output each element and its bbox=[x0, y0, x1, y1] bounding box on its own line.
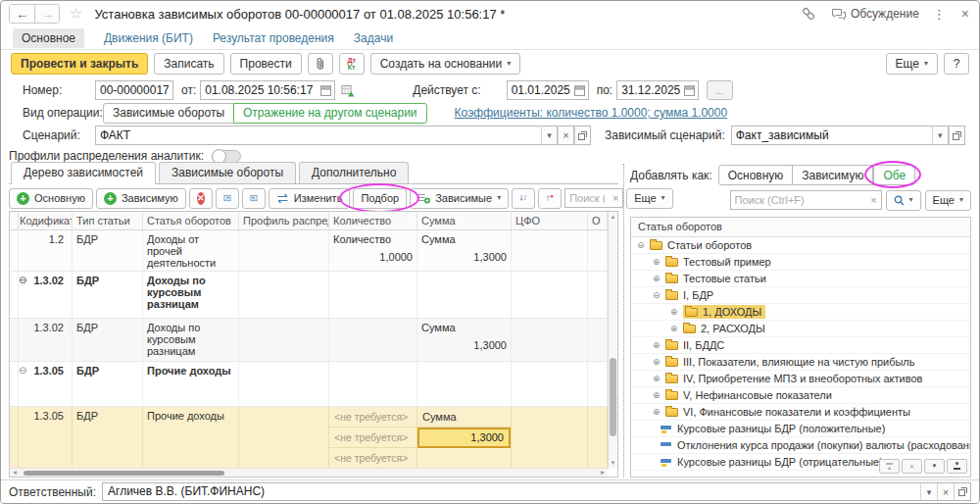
expand-icon[interactable]: ⊕ bbox=[670, 308, 683, 317]
scenario-dropdown-icon[interactable]: ▾ bbox=[541, 126, 558, 145]
move-down-button[interactable]: ▼ bbox=[924, 459, 945, 474]
post-button[interactable]: Провести bbox=[230, 53, 302, 75]
tab-tasks[interactable]: Задачи bbox=[354, 31, 393, 45]
expand-icon[interactable]: ⊕ bbox=[653, 358, 665, 367]
column-header[interactable]: Тип статьи bbox=[73, 212, 143, 229]
favorite-star-icon[interactable]: ☆ bbox=[70, 5, 82, 23]
panel-splitter[interactable] bbox=[623, 164, 624, 478]
tree-item[interactable]: ⊕ III, Показатели, влияющие на чистую пр… bbox=[631, 354, 970, 371]
coefficients-link[interactable]: Коэффициенты: количество 1.0000; сумма 1… bbox=[455, 106, 728, 120]
move-out-button[interactable] bbox=[242, 188, 266, 209]
table-row[interactable]: 1.3.02 БДР Доходы по курсовым разницам С… bbox=[10, 319, 608, 362]
tree-item[interactable]: ⊕ VI, Финансовые показатели и коэффициен… bbox=[631, 404, 970, 421]
column-header[interactable]: Профиль распределе... bbox=[239, 212, 329, 229]
tab-movements[interactable]: Движения (БИТ) bbox=[104, 31, 193, 45]
tree-item[interactable]: ⊕ IV, Приобретение МПЗ и внеоборотных ак… bbox=[631, 371, 970, 387]
column-header[interactable]: Сумма bbox=[417, 212, 512, 229]
column-header[interactable]: Статья оборотов bbox=[143, 212, 239, 229]
link-icon[interactable] bbox=[802, 7, 815, 21]
tree-search-input[interactable] bbox=[731, 194, 867, 206]
tree-item[interactable]: Курсовые разницы БДР (положительные) bbox=[631, 421, 970, 437]
tab-additional[interactable]: Дополнительно bbox=[299, 162, 409, 183]
table-row[interactable]: 1.2 БДР Доходы от прочей деятельности Ко… bbox=[10, 230, 608, 272]
tab-dependent-turnovers[interactable]: Зависимые обороты bbox=[159, 162, 296, 183]
move-bottom-button[interactable]: ▼ bbox=[947, 459, 967, 474]
add-as-dependent-button[interactable]: Зависимую bbox=[792, 165, 873, 185]
expand-icon[interactable]: ⊕ bbox=[653, 375, 665, 383]
tree-item[interactable]: ⊖ I, БДР bbox=[631, 287, 970, 304]
tab-main[interactable]: Основное bbox=[13, 28, 84, 48]
tree-item-selected[interactable]: ⊕ 1, ДОХОДЫ bbox=[631, 304, 970, 321]
tree-column-header[interactable]: Статья оборотов bbox=[631, 218, 970, 237]
back-icon[interactable]: ← bbox=[10, 5, 34, 23]
expand-icon[interactable]: ⊕ bbox=[653, 408, 665, 417]
move-up-button[interactable]: ▲ bbox=[902, 459, 922, 474]
vertical-scrollbar[interactable]: ▲ ▼ bbox=[608, 212, 617, 468]
add-main-button[interactable]: +Основную bbox=[9, 188, 93, 209]
horizontal-scrollbar[interactable] bbox=[10, 468, 608, 477]
move-top-button[interactable]: ▲ bbox=[879, 459, 900, 474]
set-current-date-button[interactable] bbox=[341, 84, 356, 97]
menu-dots-icon[interactable]: ⋮ bbox=[933, 7, 946, 22]
more-button[interactable]: Еще▾ bbox=[886, 53, 938, 75]
scroll-right-icon[interactable] bbox=[601, 471, 605, 475]
number-field[interactable] bbox=[95, 80, 173, 100]
collapse-icon[interactable]: ⊖ bbox=[19, 276, 26, 285]
help-button[interactable]: ? bbox=[944, 53, 969, 75]
sum-label-cell[interactable]: Сумма bbox=[417, 407, 511, 428]
expand-icon[interactable]: ⊕ bbox=[653, 391, 665, 400]
column-header[interactable]: Количество bbox=[329, 212, 417, 229]
delete-button[interactable]: ✕ bbox=[189, 188, 213, 209]
expand-icon[interactable]: ⊕ bbox=[653, 341, 665, 350]
dependents-button[interactable]: Зависимые▾ bbox=[410, 188, 509, 209]
dependent-scenario-dropdown-icon[interactable]: ▾ bbox=[932, 126, 949, 145]
column-header[interactable]: О bbox=[588, 212, 608, 229]
expand-icon[interactable]: ⊕ bbox=[653, 275, 665, 283]
attachment-button[interactable] bbox=[308, 53, 333, 75]
column-header[interactable]: ЦФО bbox=[512, 212, 588, 229]
responsible-open-icon[interactable] bbox=[954, 483, 970, 500]
responsible-clear-icon[interactable]: × bbox=[937, 483, 954, 500]
tree-item[interactable]: ⊕ Тестовые статьи bbox=[631, 271, 970, 287]
search-options-button[interactable]: ▾ bbox=[886, 190, 921, 211]
responsible-dropdown-icon[interactable]: ▾ bbox=[920, 483, 937, 500]
operation-option-other-scenario[interactable]: Отражение на другом сценарии bbox=[233, 103, 427, 124]
clear-search-icon[interactable]: × bbox=[867, 194, 881, 206]
tree-item[interactable]: ⊕ Тестовый пример bbox=[631, 254, 970, 271]
move-in-button[interactable] bbox=[216, 188, 239, 209]
pick-button[interactable]: Подбор bbox=[353, 188, 407, 209]
sort-descending-button[interactable] bbox=[512, 188, 535, 209]
collapse-icon[interactable]: ⊖ bbox=[637, 241, 650, 250]
scroll-left-icon[interactable] bbox=[13, 471, 17, 475]
tree-item[interactable]: ⊖ Статьи оборотов bbox=[631, 237, 970, 254]
tab-post-result[interactable]: Результат проведения bbox=[213, 31, 334, 45]
set-flag-button[interactable] bbox=[538, 188, 562, 209]
tree-more-button[interactable]: Еще▾ bbox=[925, 190, 971, 211]
active-edit-cell[interactable]: 1,3000 bbox=[417, 428, 511, 448]
create-based-on-button[interactable]: Создать на основании▾ bbox=[370, 53, 521, 75]
profiles-toggle[interactable] bbox=[212, 150, 241, 163]
tree-item[interactable]: Отклонения курса продажи (покупки) валют… bbox=[631, 437, 970, 454]
write-button[interactable]: Записать bbox=[154, 53, 223, 75]
scenario-field[interactable] bbox=[95, 126, 541, 145]
edit-button[interactable]: Изменить bbox=[269, 188, 351, 209]
operation-option-dependent-turnovers[interactable]: Зависимые обороты bbox=[103, 103, 234, 124]
scrollbar-thumb[interactable] bbox=[610, 358, 616, 436]
collapse-icon[interactable]: ⊖ bbox=[19, 366, 26, 376]
tree-item[interactable]: ⊕ II, БДДС bbox=[631, 337, 970, 354]
dependent-scenario-field[interactable] bbox=[731, 126, 932, 145]
period-more-button[interactable]: ... bbox=[707, 80, 732, 100]
add-as-both-button[interactable]: Обе bbox=[873, 165, 915, 185]
valid-from-field[interactable] bbox=[507, 80, 589, 100]
table-row-selected[interactable]: 1.3.05 БДР Прочие доходы <не требуется> … bbox=[10, 407, 608, 468]
add-as-main-button[interactable]: Основную bbox=[718, 165, 794, 185]
clear-search-icon[interactable]: × bbox=[609, 192, 622, 204]
expand-icon[interactable]: ⊕ bbox=[670, 325, 683, 333]
table-group-row[interactable]: ⊖1.3.02 БДР Доходы по курсовым разницам bbox=[10, 272, 608, 319]
table-search-input[interactable] bbox=[565, 192, 609, 204]
post-and-close-button[interactable]: Провести и закрыть bbox=[11, 53, 148, 75]
not-required-cell[interactable]: <не требуется> bbox=[329, 448, 416, 468]
valid-to-field[interactable] bbox=[616, 80, 699, 100]
column-header[interactable]: Кодификатор bbox=[16, 212, 73, 229]
scroll-up-icon[interactable]: ▲ bbox=[609, 213, 617, 221]
